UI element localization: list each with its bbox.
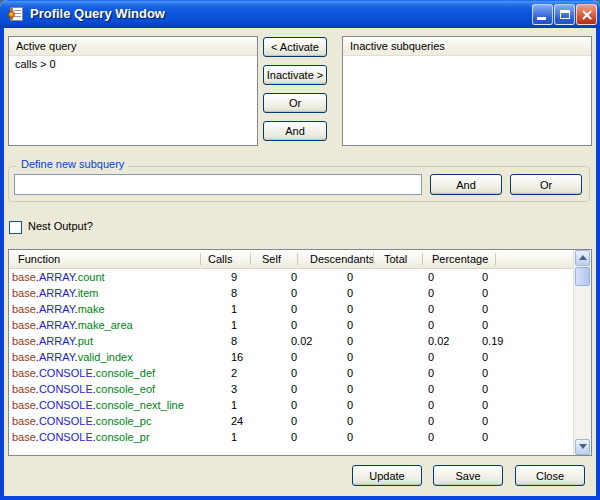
- cell-total: 0: [428, 285, 434, 301]
- maximize-icon: [560, 10, 570, 19]
- table-row[interactable]: base.CONSOLE.console_eof30000: [9, 381, 573, 397]
- cell-calls: 9: [231, 269, 237, 285]
- close-button[interactable]: [576, 4, 597, 25]
- cell-calls: 1: [231, 429, 237, 445]
- cell-calls: 1: [231, 317, 237, 333]
- header-divider: [495, 253, 496, 265]
- cell-self: 0.02: [291, 333, 312, 349]
- query-list-item[interactable]: calls > 0: [9, 56, 257, 70]
- table-row[interactable]: base.ARRAY.make10000: [9, 301, 573, 317]
- table-row[interactable]: base.CONSOLE.console_next_line10000: [9, 397, 573, 413]
- window-icon[interactable]: [8, 6, 24, 22]
- cell-percentage: 0.19: [482, 333, 503, 349]
- cell-percentage: 0: [482, 397, 488, 413]
- and-button[interactable]: And: [263, 121, 327, 141]
- subquery-and-button[interactable]: And: [430, 174, 502, 195]
- profile-query-window: Profile Query Window Active query calls …: [0, 0, 600, 500]
- header-divider: [373, 253, 374, 265]
- function-name: base.ARRAY.put: [12, 333, 93, 349]
- cell-total: 0: [428, 413, 434, 429]
- cell-self: 0: [291, 269, 297, 285]
- cell-descendants: 0: [347, 381, 353, 397]
- cell-calls: 1: [231, 301, 237, 317]
- active-query-panel: Active query calls > 0: [8, 36, 258, 146]
- cell-total: 0: [428, 365, 434, 381]
- column-header-function[interactable]: Function: [18, 250, 60, 269]
- column-header-percentage[interactable]: Percentage: [432, 250, 488, 269]
- close-dialog-button[interactable]: Close: [515, 465, 585, 486]
- table-row[interactable]: base.CONSOLE.console_pr10000: [9, 429, 573, 445]
- inactive-subqueries-header: Inactive subqueries: [343, 37, 591, 56]
- cell-total: 0: [428, 397, 434, 413]
- column-header-self[interactable]: Self: [262, 250, 281, 269]
- cell-total: 0: [428, 269, 434, 285]
- window-border-left: [0, 28, 4, 500]
- subquery-or-button[interactable]: Or: [510, 174, 582, 195]
- cell-total: 0: [428, 429, 434, 445]
- cell-calls: 24: [231, 413, 243, 429]
- or-button[interactable]: Or: [263, 93, 327, 113]
- cell-total: 0: [428, 381, 434, 397]
- cell-total: 0.02: [428, 333, 449, 349]
- cell-percentage: 0: [482, 413, 488, 429]
- inactivate-button[interactable]: Inactivate >: [263, 65, 327, 85]
- cell-self: 0: [291, 381, 297, 397]
- table-row[interactable]: base.CONSOLE.console_def20000: [9, 365, 573, 381]
- cell-percentage: 0: [482, 381, 488, 397]
- column-header-total[interactable]: Total: [384, 250, 407, 269]
- icon-badge: [8, 11, 15, 18]
- cell-self: 0: [291, 301, 297, 317]
- window-border-right: [596, 28, 600, 500]
- table-row[interactable]: base.ARRAY.item80000: [9, 285, 573, 301]
- define-subquery-label: Define new subquery: [17, 158, 128, 170]
- table-row[interactable]: base.ARRAY.count90000: [9, 269, 573, 285]
- nest-output-checkbox[interactable]: [9, 221, 22, 234]
- function-name: base.ARRAY.item: [12, 285, 98, 301]
- cell-descendants: 0: [347, 397, 353, 413]
- cell-descendants: 0: [347, 349, 353, 365]
- header-divider: [422, 253, 423, 265]
- cell-percentage: 0: [482, 269, 488, 285]
- results-table: Function Calls Self Descendants Total Pe…: [8, 249, 592, 456]
- scroll-up-button[interactable]: [575, 250, 590, 266]
- cell-calls: 3: [231, 381, 237, 397]
- scrollbar-thumb[interactable]: [575, 267, 590, 286]
- activate-button[interactable]: < Activate: [263, 37, 327, 57]
- minimize-icon: [537, 17, 546, 20]
- window-border-bottom: [0, 496, 600, 500]
- maximize-button[interactable]: [554, 4, 575, 25]
- cell-percentage: 0: [482, 317, 488, 333]
- cell-descendants: 0: [347, 317, 353, 333]
- cell-descendants: 0: [347, 365, 353, 381]
- vertical-scrollbar[interactable]: [573, 250, 591, 455]
- cell-total: 0: [428, 349, 434, 365]
- minimize-button[interactable]: [532, 4, 553, 25]
- update-button[interactable]: Update: [352, 465, 422, 486]
- cell-calls: 8: [231, 333, 237, 349]
- table-row[interactable]: base.CONSOLE.console_pc240000: [9, 413, 573, 429]
- arrow-down-icon: [579, 444, 587, 449]
- header-divider: [250, 253, 251, 265]
- active-query-list[interactable]: calls > 0: [9, 56, 257, 145]
- function-name: base.CONSOLE.console_pc: [12, 413, 151, 429]
- cell-total: 0: [428, 317, 434, 333]
- nest-output-label[interactable]: Nest Output?: [28, 220, 93, 232]
- subquery-input[interactable]: [14, 174, 422, 195]
- cell-percentage: 0: [482, 429, 488, 445]
- scroll-down-button[interactable]: [575, 439, 590, 455]
- cell-self: 0: [291, 317, 297, 333]
- inactive-subqueries-list[interactable]: [343, 56, 591, 145]
- table-row[interactable]: base.ARRAY.valid_index160000: [9, 349, 573, 365]
- cell-self: 0: [291, 413, 297, 429]
- cell-self: 0: [291, 365, 297, 381]
- save-button[interactable]: Save: [433, 465, 503, 486]
- column-header-calls[interactable]: Calls: [208, 250, 232, 269]
- table-row[interactable]: base.ARRAY.make_area10000: [9, 317, 573, 333]
- function-name: base.ARRAY.make: [12, 301, 105, 317]
- table-row[interactable]: base.ARRAY.put80.0200.020.19: [9, 333, 573, 349]
- function-name: base.CONSOLE.console_next_line: [12, 397, 184, 413]
- active-query-header: Active query: [9, 37, 257, 56]
- titlebar[interactable]: Profile Query Window: [0, 0, 600, 28]
- cell-total: 0: [428, 301, 434, 317]
- column-header-descendants[interactable]: Descendants: [310, 250, 374, 269]
